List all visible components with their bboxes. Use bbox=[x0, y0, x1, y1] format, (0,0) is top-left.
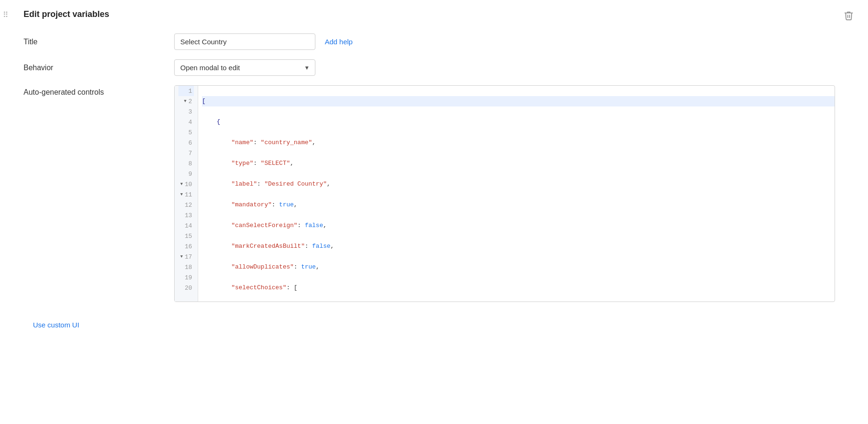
code-line-3: "name": "country_name", bbox=[202, 138, 835, 148]
line-num-10: ▼10 bbox=[178, 179, 194, 189]
behavior-row: Behavior Open modal to edit Inline edit … bbox=[24, 59, 854, 76]
line-num-1: 1 bbox=[178, 86, 194, 96]
line-num-19: 19 bbox=[178, 272, 194, 283]
code-line-4: "type": "SELECT", bbox=[202, 158, 835, 169]
code-editor[interactable]: 1 ▼2 3 4 5 6 7 8 9 ▼10 ▼11 12 13 14 15 1… bbox=[174, 85, 835, 302]
trash-icon[interactable] bbox=[844, 10, 854, 23]
line-num-7: 7 bbox=[178, 148, 194, 158]
line-num-3: 3 bbox=[178, 106, 194, 117]
line-num-14: 14 bbox=[178, 220, 194, 231]
line-num-17: ▼17 bbox=[178, 252, 194, 262]
title-control-area: Add help bbox=[174, 33, 353, 50]
line-num-16: 16 bbox=[178, 241, 194, 252]
code-editor-inner: 1 ▼2 3 4 5 6 7 8 9 ▼10 ▼11 12 13 14 15 1… bbox=[175, 86, 835, 302]
behavior-select[interactable]: Open modal to edit Inline edit Read only bbox=[174, 59, 315, 76]
custom-ui-link[interactable]: Use custom UI bbox=[33, 321, 79, 329]
code-line-8: "markCreatedAsBuilt": false, bbox=[202, 241, 835, 252]
footer: Use custom UI bbox=[24, 311, 854, 329]
page-title: Edit project variables bbox=[24, 9, 854, 19]
line-num-6: 6 bbox=[178, 138, 194, 148]
line-numbers: 1 ▼2 3 4 5 6 7 8 9 ▼10 ▼11 12 13 14 15 1… bbox=[175, 86, 198, 302]
title-row: Title Add help bbox=[24, 33, 854, 50]
line-num-13: 13 bbox=[178, 210, 194, 220]
code-line-5: "label": "Desired Country", bbox=[202, 179, 835, 189]
line-num-5: 5 bbox=[178, 127, 194, 138]
code-line-10: "selectChoices": [ bbox=[202, 283, 835, 293]
code-line-6: "mandatory": true, bbox=[202, 200, 835, 210]
line-num-8: 8 bbox=[178, 158, 194, 169]
behavior-label: Behavior bbox=[24, 64, 174, 72]
line-num-11: ▼11 bbox=[178, 189, 194, 200]
line-num-20: 20 bbox=[178, 283, 194, 293]
code-line-7: "canSelectForeign": false, bbox=[202, 220, 835, 231]
code-line-1: [ bbox=[202, 96, 835, 106]
line-num-2: ▼2 bbox=[178, 96, 194, 106]
behavior-select-wrapper[interactable]: Open modal to edit Inline edit Read only bbox=[174, 59, 315, 76]
title-label: Title bbox=[24, 38, 174, 46]
line-num-9: 9 bbox=[178, 169, 194, 179]
line-num-4: 4 bbox=[178, 117, 194, 127]
code-line-9: "allowDuplicates": true, bbox=[202, 262, 835, 272]
code-content: [ { "name": "country_name", "type": "SEL… bbox=[198, 86, 835, 302]
page-container: ⠿ Edit project variables Title Add help … bbox=[0, 0, 868, 424]
title-input[interactable] bbox=[174, 33, 315, 50]
code-line-2: { bbox=[202, 117, 835, 127]
auto-gen-label: Auto-generated controls bbox=[24, 85, 174, 97]
line-num-12: 12 bbox=[178, 200, 194, 210]
drag-handle-icon[interactable]: ⠿ bbox=[3, 10, 8, 19]
add-help-link[interactable]: Add help bbox=[325, 38, 353, 46]
line-num-18: 18 bbox=[178, 262, 194, 272]
auto-gen-row: Auto-generated controls 1 ▼2 3 4 5 6 7 8… bbox=[24, 85, 854, 302]
line-num-15: 15 bbox=[178, 231, 194, 241]
